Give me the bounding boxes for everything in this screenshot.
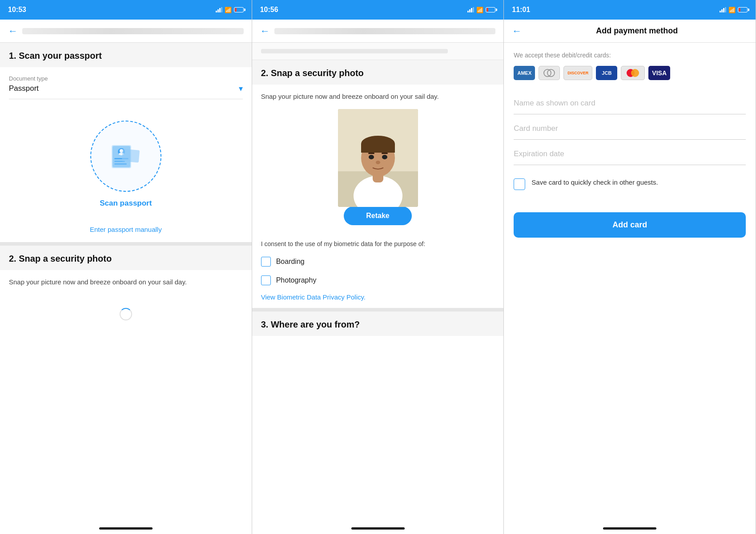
diners-logo <box>539 66 560 80</box>
step2-body-s2: Snap your picture now and breeze onboard… <box>252 85 504 109</box>
back-button-1[interactable]: ← <box>8 25 18 37</box>
nav-title-blur-2 <box>274 28 496 34</box>
step2-header-s1: 2. Snap a security photo <box>0 242 252 270</box>
spinner-circle <box>120 308 132 320</box>
wifi-icon-3: 📶 <box>728 7 736 13</box>
signal-icon-3 <box>720 7 726 12</box>
nav-bar-3: ← Add payment method <box>504 20 756 43</box>
security-photo <box>338 109 418 207</box>
payment-desc: We accept these debit/credit cards: <box>514 52 746 59</box>
scan-circle[interactable] <box>90 121 161 192</box>
boarding-checkbox[interactable] <box>261 257 271 267</box>
passport-svg-icon <box>108 143 144 170</box>
photography-checkbox[interactable] <box>261 275 271 285</box>
screen1: 10:53 📶 ← 1. Scan your passport Document… <box>0 0 252 534</box>
screen3: 11:01 📶 ← Add payment method We accept t… <box>504 0 756 534</box>
home-bar-1 <box>99 527 153 530</box>
screen2: 10:56 📶 ← 2. Snap a security photo <box>252 0 504 534</box>
signal-icon-2 <box>467 7 474 12</box>
step1-title: 1. Scan your passport <box>9 51 102 61</box>
retake-button[interactable]: Retake <box>344 206 411 225</box>
status-bar-1: 10:53 📶 <box>0 0 252 20</box>
discover-logo: DISCOVER <box>563 66 592 80</box>
step2-body-s1: Snap your picture now and breeze onboard… <box>0 270 252 295</box>
status-icons-1: 📶 <box>216 7 244 13</box>
home-indicator-2 <box>252 523 504 534</box>
content-2: 2. Snap a security photo Snap your pictu… <box>252 43 504 523</box>
status-icons-2: 📶 <box>467 7 495 13</box>
status-bar-2: 10:56 📶 <box>252 0 504 20</box>
step2-header-s2: 2. Snap a security photo <box>252 60 504 85</box>
svg-rect-18 <box>368 153 374 154</box>
nav-bar-2: ← <box>252 20 504 43</box>
nav-bar-1: ← <box>0 20 252 43</box>
step2-title-s1: 2. Snap a security photo <box>9 254 112 263</box>
card-number-input[interactable] <box>514 118 746 140</box>
back-button-3[interactable]: ← <box>512 25 522 37</box>
battery-icon-1 <box>234 7 244 12</box>
home-bar-3 <box>603 527 656 530</box>
svg-point-24 <box>631 69 639 77</box>
step3-header-peek: 3. Where are you from? <box>252 308 504 336</box>
amex-logo: AMEX <box>514 66 535 80</box>
save-card-row: Save card to quickly check in other gues… <box>514 178 746 190</box>
save-card-checkbox[interactable] <box>514 178 525 190</box>
scan-button[interactable]: Scan passport <box>100 199 152 208</box>
diners-svg <box>543 69 555 77</box>
step1-body: Document type Passport ▾ <box>0 67 252 107</box>
status-bar-3: 11:01 📶 <box>504 0 756 20</box>
home-indicator-3 <box>504 523 756 534</box>
svg-rect-8 <box>122 149 140 162</box>
wifi-icon-2: 📶 <box>476 7 483 13</box>
jcb-logo: JCB <box>596 66 617 80</box>
doc-type-label: Document type <box>9 75 243 82</box>
step2-desc-s2: Snap your picture now and breeze onboard… <box>261 92 495 102</box>
prev-section-peek <box>252 43 504 60</box>
svg-point-17 <box>382 155 387 159</box>
status-icons-3: 📶 <box>720 7 748 13</box>
battery-icon-2 <box>486 7 495 12</box>
card-logos-row: AMEX DISCOVER JCB VISA <box>514 66 746 80</box>
battery-icon-3 <box>738 7 748 12</box>
save-card-label: Save card to quickly check in other gues… <box>531 178 658 188</box>
loading-spinner <box>0 295 252 334</box>
add-card-button[interactable]: Add card <box>514 212 746 238</box>
time-1: 10:53 <box>8 6 26 14</box>
back-button-2[interactable]: ← <box>260 25 270 37</box>
mastercard-svg <box>625 68 641 78</box>
doc-type-value[interactable]: Passport ▾ <box>9 84 243 99</box>
dropdown-arrow: ▾ <box>239 84 243 93</box>
step2-desc-s1: Snap your picture now and breeze onboard… <box>9 277 243 287</box>
consent-text: I consent to the use of my biometric dat… <box>252 232 504 252</box>
boarding-checkbox-row: Boarding <box>252 252 504 271</box>
svg-point-20 <box>376 161 380 164</box>
home-bar-2 <box>351 527 405 530</box>
home-indicator-1 <box>0 523 252 534</box>
photography-label: Photography <box>276 276 317 284</box>
signal-icon-1 <box>216 7 222 12</box>
nav-title-blur-1 <box>22 28 244 34</box>
name-on-card-input[interactable] <box>514 93 746 114</box>
time-2: 10:56 <box>260 6 278 14</box>
svg-point-16 <box>369 155 374 159</box>
photo-container: Retake <box>252 109 504 232</box>
time-3: 11:01 <box>512 6 530 14</box>
step1-header: 1. Scan your passport <box>0 43 252 67</box>
payment-form: We accept these debit/credit cards: AMEX… <box>504 43 756 247</box>
visa-logo: VISA <box>648 66 670 80</box>
scan-area[interactable]: Scan passport <box>0 107 252 221</box>
step3-title-peek: 3. Where are you from? <box>261 320 360 329</box>
expiration-date-input[interactable] <box>514 143 746 165</box>
svg-rect-19 <box>382 153 388 154</box>
person-photo-svg <box>338 109 418 207</box>
svg-rect-15 <box>361 144 395 153</box>
content-3: We accept these debit/credit cards: AMEX… <box>504 43 756 523</box>
svg-rect-7 <box>114 163 127 165</box>
content-1: 1. Scan your passport Document type Pass… <box>0 43 252 523</box>
page-title-3: Add payment method <box>526 26 748 36</box>
wifi-icon-1: 📶 <box>225 7 232 13</box>
manual-entry-link[interactable]: Enter passport manually <box>0 221 252 242</box>
step2-title-s2: 2. Snap a security photo <box>261 68 364 78</box>
mastercard-logo <box>621 66 645 80</box>
privacy-link[interactable]: View Biometric Data Privacy Policy. <box>252 290 504 308</box>
